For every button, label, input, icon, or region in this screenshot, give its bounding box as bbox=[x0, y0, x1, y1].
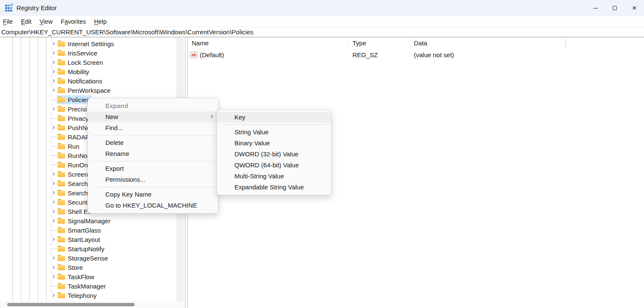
submenu-item-key[interactable]: Key bbox=[217, 112, 331, 123]
tree-item-label: SmartGlass bbox=[68, 227, 101, 234]
chevron-right-icon[interactable] bbox=[50, 106, 56, 112]
tree-item-label: Screen bbox=[68, 171, 88, 178]
tree-item[interactable]: Telephony bbox=[0, 291, 176, 300]
chevron-right-icon[interactable] bbox=[50, 255, 56, 261]
context-menu-item-copy-key-name[interactable]: Copy Key Name bbox=[88, 189, 218, 200]
chevron-right-icon[interactable] bbox=[50, 190, 56, 196]
tree-item[interactable]: StartLayout bbox=[0, 235, 176, 244]
tree-horizontal-scrollbar[interactable] bbox=[0, 301, 185, 308]
minimize-button[interactable] bbox=[586, 0, 605, 16]
chevron-right-icon[interactable] bbox=[50, 199, 56, 205]
folder-icon bbox=[58, 78, 65, 84]
tree-line-stub bbox=[50, 153, 56, 158]
chevron-right-icon[interactable] bbox=[50, 218, 56, 224]
address-input[interactable] bbox=[0, 27, 644, 37]
menubar-item-favorites[interactable]: Favorites bbox=[61, 17, 87, 26]
tree-horizontal-scrollbar-thumb[interactable] bbox=[7, 303, 135, 306]
menu-separator bbox=[221, 125, 327, 125]
context-menu-item-delete[interactable]: Delete bbox=[88, 137, 218, 148]
tree-line-stub bbox=[50, 246, 56, 252]
context-menu-item-permissions[interactable]: Permissions... bbox=[88, 174, 218, 185]
tree-item[interactable]: SmartGlass bbox=[0, 225, 176, 235]
context-menu-item-rename[interactable]: Rename bbox=[88, 148, 218, 159]
key-context-menu: ExpandNewFind...DeleteRenameExportPermis… bbox=[88, 98, 218, 214]
submenu-item-string-value[interactable]: String Value bbox=[217, 127, 331, 138]
folder-icon bbox=[58, 162, 65, 168]
tree-item[interactable]: Store bbox=[0, 263, 176, 272]
menu-access-key: E bbox=[21, 18, 25, 25]
tree-item[interactable]: IrisService bbox=[0, 48, 176, 58]
registry-editor-window: Registry Editor ✕ FileEditViewFavoritesH… bbox=[0, 0, 644, 308]
close-button[interactable]: ✕ bbox=[625, 0, 644, 16]
folder-icon bbox=[58, 50, 65, 56]
chevron-right-icon[interactable] bbox=[50, 41, 56, 47]
submenu-item-expandable-string-value[interactable]: Expandable String Value bbox=[217, 182, 331, 193]
tree-item-label: Store bbox=[68, 264, 83, 271]
tree-item[interactable]: StartupNotify bbox=[0, 244, 176, 253]
folder-icon bbox=[58, 87, 65, 93]
tree-item[interactable]: PenWorkspace bbox=[0, 86, 176, 95]
tree-item[interactable]: Notifications bbox=[0, 76, 176, 86]
context-menu-item-new[interactable]: New bbox=[88, 111, 218, 122]
tree-line-stub bbox=[50, 162, 56, 168]
tree-item[interactable]: StorageSense bbox=[0, 253, 176, 263]
menubar-item-file[interactable]: File bbox=[3, 17, 13, 26]
folder-icon bbox=[58, 218, 65, 224]
tree-item-inner: StartupNotify bbox=[57, 244, 106, 253]
chevron-right-icon[interactable] bbox=[50, 180, 56, 186]
chevron-right-icon[interactable] bbox=[50, 125, 56, 130]
tree-item[interactable]: TaskManager bbox=[0, 281, 176, 291]
folder-icon bbox=[58, 106, 65, 112]
chevron-right-icon[interactable] bbox=[50, 69, 56, 75]
menubar: FileEditViewFavoritesHelp bbox=[0, 16, 644, 27]
chevron-right-icon[interactable] bbox=[50, 87, 56, 93]
maximize-button[interactable] bbox=[605, 0, 625, 16]
titlebar: Registry Editor ✕ bbox=[0, 0, 644, 16]
folder-icon bbox=[58, 143, 65, 149]
chevron-right-icon[interactable] bbox=[50, 274, 56, 280]
values-list-header: NameTypeData bbox=[188, 37, 644, 49]
chevron-right-icon[interactable] bbox=[50, 59, 56, 65]
tree-item-label: Mobility bbox=[68, 68, 89, 75]
submenu-item-dword-32-bit-value[interactable]: DWORD (32-bit) Value bbox=[217, 149, 331, 160]
folder-icon bbox=[58, 227, 65, 233]
menubar-item-edit[interactable]: Edit bbox=[20, 17, 32, 26]
chevron-right-icon[interactable] bbox=[50, 236, 56, 242]
tree-item[interactable]: TaskFlow bbox=[0, 272, 176, 281]
context-menu-item-find[interactable]: Find... bbox=[88, 122, 218, 133]
tree-item-label: StorageSense bbox=[68, 255, 108, 262]
context-menu-item-go-to-hkey-local-machine[interactable]: Go to HKEY_LOCAL_MACHINE bbox=[88, 200, 218, 211]
chevron-right-icon[interactable] bbox=[50, 292, 56, 298]
context-menu-item-export[interactable]: Export bbox=[88, 163, 218, 174]
tree-item[interactable]: Internet Settings bbox=[0, 39, 176, 48]
tree-item-label: RADAR bbox=[68, 133, 90, 141]
tree-line-stub bbox=[50, 97, 56, 103]
chevron-right-icon[interactable] bbox=[50, 208, 56, 214]
tree-item-inner: Run bbox=[57, 142, 81, 151]
column-header-type[interactable]: Type bbox=[349, 39, 410, 47]
chevron-right-icon[interactable] bbox=[50, 78, 56, 84]
window-title: Registry Editor bbox=[17, 5, 57, 11]
column-header-name[interactable]: Name bbox=[188, 39, 349, 47]
value-row[interactable]: ab(Default)REG_SZ(value not set) bbox=[188, 49, 644, 60]
submenu-item-qword-64-bit-value[interactable]: QWORD (64-bit) Value bbox=[217, 160, 331, 171]
chevron-right-icon[interactable] bbox=[50, 264, 56, 270]
tree-item[interactable]: Mobility bbox=[0, 67, 176, 76]
submenu-item-binary-value[interactable]: Binary Value bbox=[217, 138, 331, 149]
menu-access-key: F bbox=[3, 18, 7, 25]
tree-item[interactable]: SignalManager bbox=[0, 216, 176, 225]
menubar-item-help[interactable]: Help bbox=[94, 17, 107, 26]
tree-item[interactable]: Lock Screen bbox=[0, 58, 176, 67]
menubar-item-view[interactable]: View bbox=[39, 17, 53, 26]
tree-item-inner: Lock Screen bbox=[57, 58, 105, 67]
tree-line-stub bbox=[50, 227, 56, 233]
chevron-right-icon[interactable] bbox=[50, 50, 56, 56]
close-icon: ✕ bbox=[632, 5, 637, 11]
tree-item-inner: Policies bbox=[57, 95, 91, 104]
folder-icon bbox=[58, 171, 65, 177]
column-header-data[interactable]: Data bbox=[410, 39, 565, 47]
context-menu-item-expand[interactable]: Expand bbox=[88, 100, 218, 111]
submenu-item-multi-string-value[interactable]: Multi-String Value bbox=[217, 171, 331, 182]
column-header-end[interactable] bbox=[565, 39, 566, 47]
chevron-right-icon[interactable] bbox=[50, 171, 56, 177]
